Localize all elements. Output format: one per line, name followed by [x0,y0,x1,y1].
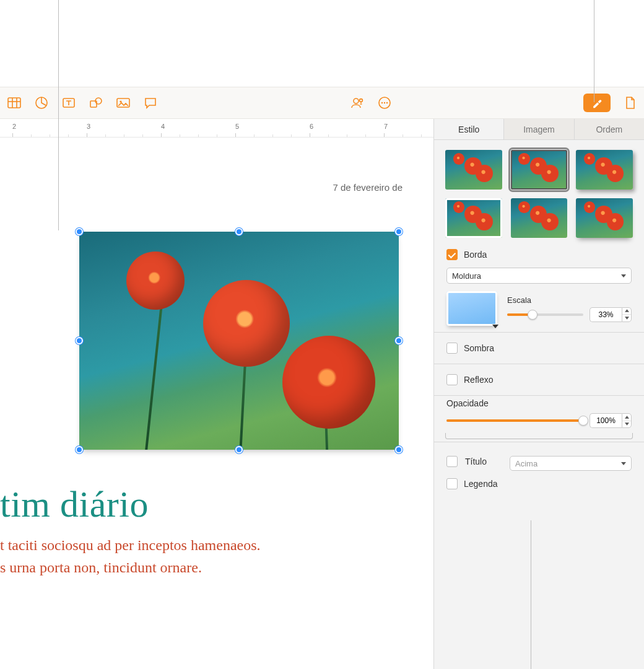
style-preset-frame[interactable] [445,198,502,238]
document-icon[interactable] [622,95,638,111]
shadow-checkbox[interactable] [446,343,458,354]
frame-style-picker[interactable] [446,291,497,326]
title-position-value: Acima [515,459,537,468]
reflect-label: Reflexo [464,375,493,385]
ruler-tick: 6 [310,123,313,130]
style-preset-plain[interactable] [445,150,502,190]
toolbar-inspector-group [583,94,638,112]
image-content [79,232,399,450]
border-type-value: Moldura [452,271,481,281]
reflect-checkbox[interactable] [446,374,458,385]
callout-line [58,0,59,230]
tab-arrange[interactable]: Ordem [575,119,644,139]
format-inspector: Estilo Imagem Ordem Borda Moldura Escala [433,119,644,669]
border-type-select[interactable]: Moldura [446,268,632,284]
svg-point-11 [360,99,363,102]
selected-image[interactable] [79,232,399,450]
document-body[interactable]: t taciti sociosqu ad per inceptos hamena… [0,534,409,579]
border-section: Borda Moldura Escala [434,243,644,332]
chevron-down-icon [621,462,626,465]
toolbar-insert-group [6,95,159,111]
stepper-down[interactable] [622,315,631,321]
scale-label: Escala [507,295,632,305]
ruler-tick: 4 [161,123,165,130]
media-icon[interactable] [115,95,131,111]
opacity-input[interactable] [590,413,622,428]
inspector-tabs: Estilo Imagem Ordem [434,119,644,140]
caption-checkbox[interactable] [446,478,458,489]
style-preset-border[interactable] [511,150,568,190]
resize-handle-se[interactable] [395,446,402,453]
ruler-tick: 3 [87,123,90,130]
document-canvas[interactable]: 7 de fevereiro de tim diário t taciti so… [0,138,433,669]
resize-handle-s[interactable] [235,446,243,453]
style-preset-shadow[interactable] [576,150,633,190]
table-icon[interactable] [6,95,22,111]
shadow-section: Sombra [434,332,644,364]
resize-handle-sw[interactable] [76,446,83,453]
callout-line [594,0,594,102]
shape-icon[interactable] [88,95,104,111]
toolbar-collab-group [349,95,393,111]
svg-point-14 [384,102,385,103]
ruler-tick: 2 [12,123,16,130]
scale-stepper[interactable] [590,307,632,322]
toolbar [0,87,644,119]
chevron-down-icon [621,274,626,278]
reflect-section: Reflexo [434,364,644,395]
tab-style[interactable]: Estilo [434,119,504,139]
callout-bracket [445,433,633,439]
date-stamp: 7 de fevereiro de [333,182,402,193]
stepper-up[interactable] [622,308,631,315]
text-icon[interactable] [61,95,77,111]
collaborate-icon[interactable] [349,95,365,111]
svg-rect-0 [8,98,20,108]
stepper-up[interactable] [622,414,631,421]
border-label: Borda [464,250,487,260]
title-position-select[interactable]: Acima [510,456,632,471]
comment-icon[interactable] [142,95,159,111]
scale-input[interactable] [590,307,622,322]
title-checkbox[interactable] [446,456,458,467]
resize-handle-ne[interactable] [395,228,402,235]
opacity-section: Opacidade [434,395,644,442]
resize-handle-n[interactable] [235,228,243,235]
style-preset-reflect[interactable] [511,198,568,238]
document-title[interactable]: tim diário [0,483,149,526]
caption-label: Legenda [464,479,498,489]
border-checkbox[interactable] [446,249,458,260]
tab-image[interactable]: Imagem [504,119,574,139]
ruler-tick: 5 [235,123,239,130]
title-caption-section: Título Acima Legenda [434,442,644,499]
scale-slider[interactable] [507,313,583,316]
shadow-label: Sombra [464,343,494,353]
opacity-label: Opacidade [446,398,632,408]
resize-handle-w[interactable] [76,337,83,344]
stepper-down[interactable] [622,421,631,428]
ruler-tick: 7 [384,123,388,130]
opacity-stepper[interactable] [590,413,632,428]
more-icon[interactable] [376,95,393,111]
format-button[interactable] [583,94,611,112]
resize-handle-e[interactable] [395,337,402,344]
svg-point-10 [354,98,359,103]
resize-handle-nw[interactable] [76,228,83,235]
body-line: s urna porta non, tincidunt ornare. [0,556,409,579]
callout-line [531,520,531,669]
svg-point-13 [381,102,383,103]
chart-icon[interactable] [33,95,50,111]
opacity-slider[interactable] [446,419,583,422]
svg-point-15 [386,102,388,103]
body-line: t taciti sociosqu ad per inceptos hamena… [0,534,409,556]
title-label: Título [465,457,502,466]
ruler: 2 3 4 5 6 7 [0,119,433,138]
style-presets [434,140,644,243]
style-preset-curl[interactable] [576,198,633,238]
